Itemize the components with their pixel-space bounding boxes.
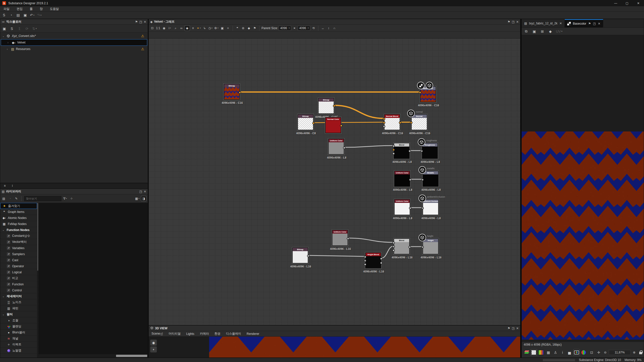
hierarchy-icon[interactable]: ≡ xyxy=(2,183,7,188)
library-item-Variables[interactable]: ↗Variables xyxy=(0,245,37,251)
sync-icon[interactable]: ⇅▾ xyxy=(31,26,37,32)
library-item-Cast[interactable]: ↗Cast xyxy=(0,257,37,263)
graph-node-normal-blend[interactable]: Normal Blend4096x4096 - C16 xyxy=(384,114,400,130)
add-favorite-icon[interactable]: ✚ xyxy=(69,196,74,201)
node-port[interactable] xyxy=(392,249,395,252)
search-icon[interactable]: ⌕ xyxy=(173,26,178,31)
node-port[interactable] xyxy=(333,105,335,107)
pin-icon[interactable]: ⚑ xyxy=(588,22,591,25)
create-link-icon[interactable]: ⚭▾ xyxy=(196,26,201,31)
3d-view-badge-icon[interactable] xyxy=(418,138,425,146)
gradient-background-icon[interactable] xyxy=(538,349,544,355)
library-item-Samplers[interactable]: ↗Samplers xyxy=(0,251,37,257)
3d-menu-Lights[interactable]: Lights xyxy=(183,331,197,336)
zoom-in-button[interactable]: ⊕ xyxy=(632,350,637,355)
3d-view-badge-icon[interactable] xyxy=(419,195,426,202)
reset-size-icon[interactable]: ⟲ xyxy=(311,26,316,31)
graph-node-bitmap-chevron[interactable]: Bitmap4096x4096 - C16 xyxy=(224,84,240,100)
3d-menu-환경[interactable]: 환경 xyxy=(212,331,223,336)
node-port[interactable] xyxy=(364,256,366,258)
library-item-Constant상수[interactable]: ↗Constant상수 xyxy=(0,233,37,239)
float-icon[interactable]: ◳ xyxy=(139,190,142,193)
node-port[interactable] xyxy=(399,121,401,124)
library-search-input[interactable] xyxy=(24,196,61,201)
graph-node-bitmap-normal[interactable]: Bitmap4096x4096 - C16F xyxy=(318,98,334,114)
node-port[interactable] xyxy=(392,245,395,248)
library-item-비교[interactable]: ↗비교 xyxy=(0,275,37,281)
open-icon[interactable]: ▤ xyxy=(15,12,21,18)
3d-menu-Renderer[interactable]: Renderer xyxy=(244,331,262,336)
zoom-out-button[interactable]: ⊖ xyxy=(603,350,608,355)
graph-badge-icon[interactable]: ◆ xyxy=(246,26,251,31)
library-item-패턴[interactable]: ▥패턴 xyxy=(0,305,37,311)
node-port[interactable] xyxy=(392,149,395,151)
library-item-채널[interactable]: ≋채널 xyxy=(0,336,37,342)
maximize-button[interactable]: ▢ xyxy=(621,0,633,6)
node-port[interactable] xyxy=(421,207,424,209)
close-icon[interactable]: ✕ xyxy=(516,327,519,330)
library-item-Function-Nodes[interactable]: ⌄Function Nodes xyxy=(0,227,37,233)
tree-item-Velvet[interactable]: ›◆‹Velvet xyxy=(1,39,147,46)
library-item-Control[interactable]: ↗Control xyxy=(0,287,37,293)
graph-node-normal-output[interactable]: Normal4096x4096 - C16normal xyxy=(411,114,427,130)
pin-icon[interactable]: ⚑ xyxy=(135,20,138,24)
tab-Basecolor[interactable]: Basecolor⚑◳✕ xyxy=(565,19,603,27)
node-port[interactable] xyxy=(421,246,424,248)
parent-size-width-select[interactable]: 4096▾ xyxy=(279,26,291,31)
comment-icon[interactable]: ❝ xyxy=(235,26,240,31)
library-item-즐겨찾기[interactable]: ★즐겨찾기 xyxy=(0,203,37,209)
node-port[interactable] xyxy=(383,121,385,124)
node-port[interactable] xyxy=(421,178,424,181)
library-item-Atomic-Nodes[interactable]: ◆‹Atomic Nodes xyxy=(0,215,37,221)
new-substance-icon[interactable]: S xyxy=(1,12,7,18)
duplicate-view-icon[interactable]: ⧉ xyxy=(523,28,529,34)
info-icon[interactable]: i▾ xyxy=(167,26,172,31)
pin-icon[interactable]: ⚑ xyxy=(252,26,257,31)
float-icon[interactable]: ◳ xyxy=(512,327,515,330)
histogram-icon[interactable]: ▅ xyxy=(566,349,573,355)
graph-node-uniform-ao[interactable]: Uniform Color4096x4096 - L8 xyxy=(394,199,410,215)
channels-icon[interactable] xyxy=(524,349,530,355)
graph-node-uniform-height[interactable]: Uniform Color4096x4096 - L16 xyxy=(332,230,348,246)
grid-view-icon[interactable]: ▦▾ xyxy=(135,196,140,201)
left-splitter[interactable] xyxy=(148,19,148,358)
minimize-button[interactable]: — xyxy=(610,0,621,6)
graph-node-bitmap-mask[interactable]: Bitmap4096x4096 - C8 xyxy=(297,114,314,130)
linked-node-icon[interactable]: ◆ xyxy=(547,28,553,34)
library-item-제네레이터[interactable]: ⌄제네레이터 xyxy=(0,293,37,299)
link-routing-icon[interactable]: ↳ xyxy=(202,26,207,31)
library-item-Graph-Items[interactable]: ❝Graph Items xyxy=(0,209,37,215)
right-splitter[interactable] xyxy=(520,19,521,358)
node-port[interactable] xyxy=(392,145,395,147)
library-item-노이즈[interactable]: ▒노이즈 xyxy=(0,299,37,305)
menu-도움말[interactable]: 도움말 xyxy=(46,6,62,11)
library-item-필터[interactable]: ⌄필터 xyxy=(0,311,37,318)
graph-node-uniform-roughness[interactable]: Uniform Color4096x4096 - L8 xyxy=(328,139,344,155)
link-size-icon[interactable]: ⚭ xyxy=(292,26,297,31)
library-item-Operator[interactable]: ↗Operator xyxy=(0,263,37,269)
node-port[interactable] xyxy=(409,178,411,181)
node-port[interactable] xyxy=(312,122,315,124)
new-folder-icon[interactable]: ▤ xyxy=(1,196,6,201)
save-all-icon[interactable]: ▣ xyxy=(22,12,28,18)
display-nodes-icon[interactable]: ◆ xyxy=(185,26,190,31)
3d-view-badge-icon[interactable] xyxy=(419,234,426,241)
node-port[interactable] xyxy=(392,152,395,155)
graph-node-height-output[interactable]: Height4096x4096 - L16height xyxy=(423,238,439,254)
tiling-icon[interactable]: ▦ xyxy=(545,349,551,355)
3d-menu-머티리얼[interactable]: 머티리얼 xyxy=(166,331,183,336)
info-icon[interactable]: i xyxy=(10,183,15,188)
export-icon[interactable]: ↥ xyxy=(16,26,22,32)
mannequin-icon[interactable]: ♙ xyxy=(552,349,558,355)
menu-창[interactable]: 창 xyxy=(36,6,46,11)
library-item-Logical[interactable]: ↗Logical xyxy=(0,269,37,275)
3d-view-badge-icon[interactable] xyxy=(407,110,415,117)
node-port[interactable] xyxy=(239,91,241,94)
tools-icon[interactable]: ⚙▾ xyxy=(214,26,219,31)
close-icon[interactable]: ✕ xyxy=(598,22,600,25)
close-icon[interactable]: ✕ xyxy=(144,190,146,193)
node-port[interactable] xyxy=(364,259,366,262)
filter-icon[interactable]: ∇▾ xyxy=(63,196,68,201)
graph-node-blend-height[interactable]: Blend4096x4096 - L16 xyxy=(394,238,410,254)
node-port[interactable] xyxy=(343,147,346,149)
